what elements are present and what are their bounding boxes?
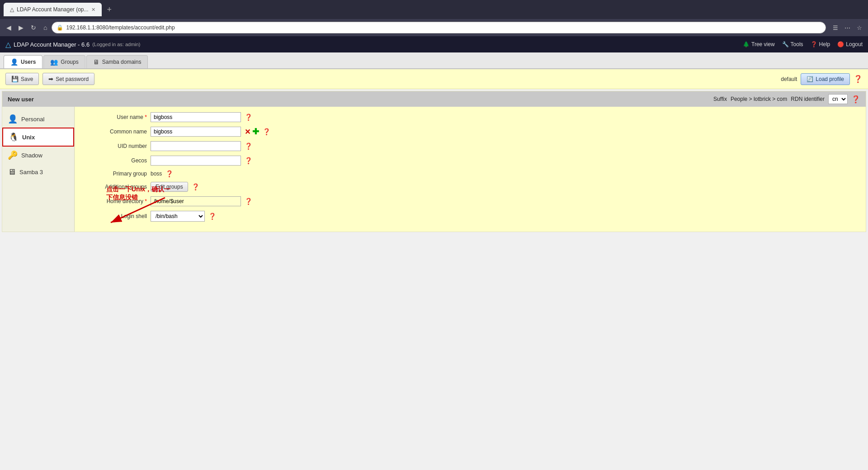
home-directory-input[interactable] [151,196,241,206]
tab-users[interactable]: 👤 Users [4,55,42,68]
gecos-label: Gecos [84,157,147,164]
tools-nav[interactable]: 🔧 Tools [782,41,803,47]
tab-title: LDAP Account Manager (op... [17,6,89,13]
tab-groups[interactable]: 👥 Groups [43,55,85,68]
load-profile-icon: 🔄 [807,76,813,82]
edit-groups-button[interactable]: Edit groups [151,182,188,192]
app-name: LDAP Account Manager - 6.6 [14,41,90,48]
uid-number-row: UID number ❓ [84,141,857,151]
refresh-button[interactable]: ↻ [28,22,39,33]
browser-chrome: △ LDAP Account Manager (op... ✕ + [0,0,868,19]
login-shell-help-icon[interactable]: ❓ [208,213,216,220]
rdn-help-icon[interactable]: ❓ [851,95,860,104]
sidebar-item-samba3[interactable]: 🖥 Samba 3 [2,164,74,180]
username-required: * [145,114,147,120]
new-tab-button[interactable]: + [105,5,114,14]
save-label: Save [21,76,33,82]
sidebar-item-personal[interactable]: 👤 Personal [2,110,74,128]
set-password-icon: ➡ [48,76,53,82]
help-nav[interactable]: ❓ Help [811,41,830,47]
load-profile-label: Load profile [816,76,844,82]
rdn-identifier-label: RDN identifier [791,96,825,102]
home-dir-required: * [145,198,147,204]
suffix-value: People > lotbrick > com [731,96,787,102]
additional-groups-row: Additional groups Edit groups ❓ [84,182,857,192]
gecos-row: Gecos ❓ [84,156,857,166]
set-password-button[interactable]: ➡ Set password [42,73,94,85]
common-name-remove-button[interactable]: ✕ [245,128,250,136]
save-button[interactable]: 💾 Save [5,73,39,85]
common-name-input[interactable] [151,127,241,137]
sidebar: 👤 Personal 🐧 Unix 🔑 Shadow 🖥 Samba 3 [2,107,75,232]
username-help-icon[interactable]: ❓ [245,114,252,121]
app-nav: 🌲 Tree view 🔧 Tools ❓ Help 🔴 Logout [743,41,863,47]
suffix-label: Suffix [713,96,727,102]
groups-tab-icon: 👥 [50,58,58,66]
home-directory-help-icon[interactable]: ❓ [245,198,252,205]
personal-icon: 👤 [8,114,18,124]
panel-body: 👤 Personal 🐧 Unix 🔑 Shadow 🖥 Samba 3 [2,107,866,232]
tree-view-nav[interactable]: 🌲 Tree view [743,41,775,47]
panel-header: New user 点击一下Unix，确认一下信息没错 Suffix Pe [2,91,866,107]
star-icon[interactable]: ☆ [854,23,864,33]
tab-samba[interactable]: 🖥 Samba domains [86,55,148,68]
shadow-icon: 🔑 [8,150,18,160]
panel-title: New user [8,96,34,103]
logout-nav[interactable]: 🔴 Logout [837,41,863,47]
uid-number-help-icon[interactable]: ❓ [245,142,252,150]
tab-close-button[interactable]: ✕ [91,7,95,13]
profile-label: default [781,76,797,82]
samba3-icon: 🖥 [8,167,16,177]
home-directory-row: Home directory * ❓ [84,196,857,206]
load-profile-button[interactable]: 🔄 Load profile [801,73,850,85]
samba-tab-icon: 🖥 [93,58,99,66]
home-button[interactable]: ⌂ [41,22,50,33]
extensions-icon[interactable]: ⋯ [842,23,853,33]
panel-header-right: Suffix People > lotbrick > com RDN ident… [713,94,860,104]
gecos-help-icon[interactable]: ❓ [245,157,252,164]
set-password-label: Set password [56,76,89,82]
main-area: 👤 Users 👥 Groups 🖥 Samba domains 💾 Save … [0,52,868,470]
url-text: 192.168.1.1:8080/templates/account/edit.… [66,24,175,31]
nav-icons: ☰ ⋯ ☆ [830,23,864,33]
bookmarks-icon[interactable]: ☰ [830,23,840,33]
samba-tab-label: Samba domains [102,59,142,65]
toolbar: 💾 Save ➡ Set password default 🔄 Load pro… [0,69,868,89]
common-name-label: Common name [84,128,147,135]
primary-group-help-icon[interactable]: ❓ [165,170,173,177]
shadow-label: Shadow [21,152,42,159]
unix-icon: 🐧 [9,132,19,142]
additional-groups-help-icon[interactable]: ❓ [192,183,199,190]
app-header: △ LDAP Account Manager - 6.6 (Logged in … [0,36,868,52]
toolbar-right: default 🔄 Load profile ❓ [781,73,863,85]
login-shell-label: Login shell [84,213,147,219]
common-name-add-button[interactable]: ✚ [252,127,259,137]
back-button[interactable]: ◀ [4,22,14,33]
browser-nav: ◀ ▶ ↻ ⌂ 🔒 192.168.1.1:8080/templates/acc… [0,19,868,36]
rdn-identifier-select[interactable]: cn [828,94,848,104]
common-name-row: Common name ✕ ✚ ❓ [84,127,857,137]
toolbar-help-icon[interactable]: ❓ [854,75,863,83]
sidebar-item-shadow[interactable]: 🔑 Shadow [2,147,74,164]
uid-number-input[interactable] [151,141,241,151]
username-input[interactable] [151,112,241,122]
app-title: △ LDAP Account Manager - 6.6 (Logged in … [5,40,141,49]
content-panel: New user 点击一下Unix，确认一下信息没错 Suffix Pe [2,91,866,232]
common-name-help-icon[interactable]: ❓ [263,128,270,135]
browser-tab[interactable]: △ LDAP Account Manager (op... ✕ [4,3,102,16]
username-label: User name * [84,114,147,120]
login-shell-select[interactable]: /bin/bash /bin/sh /bin/zsh /sbin/nologin [151,211,205,222]
logged-in-text: (Logged in as: admin) [92,42,140,47]
uid-number-label: UID number [84,143,147,149]
address-bar[interactable]: 🔒 192.168.1.1:8080/templates/account/edi… [52,22,826,33]
forward-button[interactable]: ▶ [16,22,26,33]
primary-group-label: Primary group [84,171,147,177]
primary-group-row: Primary group boss ❓ [84,170,857,177]
sidebar-item-unix[interactable]: 🐧 Unix [2,128,74,147]
common-name-actions: ✕ ✚ [245,127,259,137]
gecos-input[interactable] [151,156,241,166]
primary-group-value: boss [151,171,162,177]
personal-label: Personal [21,116,44,123]
users-tab-icon: 👤 [10,58,18,66]
groups-tab-label: Groups [61,59,78,65]
